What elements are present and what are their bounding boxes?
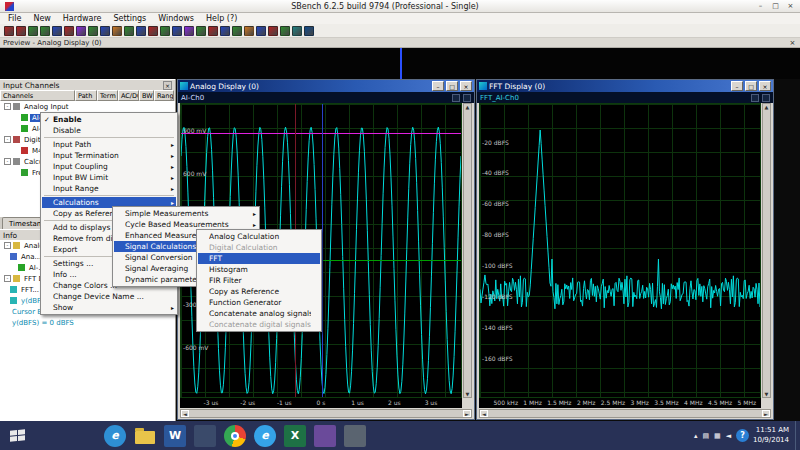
menu-item-analog-calculation[interactable]: Analog Calculation [198,231,320,242]
start-button[interactable] [0,421,34,450]
internet-explorer-icon[interactable]: e [254,425,276,447]
horizontal-scrollbar[interactable]: ◄ ► [180,409,472,418]
column-header-rang[interactable]: Rang [154,90,174,101]
menu-item-histogram[interactable]: Histogram [198,264,320,275]
menu-item-input-range[interactable]: Input Range▸ [42,183,176,194]
tree-expand-icon[interactable]: - [4,136,11,143]
vertical-scrollbar[interactable]: ▲ ▼ [762,103,771,398]
minimize-button[interactable]: – [432,81,444,91]
app-purple-icon[interactable] [314,425,336,447]
menu-item-input-coupling[interactable]: Input Coupling▸ [42,161,176,172]
help-icon[interactable]: ? [736,429,749,442]
menu-item-enable[interactable]: ✓Enable [42,114,176,125]
vertical-scrollbar[interactable]: ▲ ▼ [463,103,472,398]
menu-item-input-bw-limit[interactable]: Input BW Limit▸ [42,172,176,183]
display-tool-icon[interactable] [751,94,759,102]
toolbar-icon[interactable] [292,26,302,36]
menu-help[interactable]: Help (?) [200,13,243,24]
minimize-button[interactable]: – [731,81,743,91]
toolbar-icon[interactable] [112,26,122,36]
column-header-path[interactable]: Path [75,90,97,101]
column-header-ac-dc[interactable]: AC/DC [118,90,139,101]
toolbar-icon[interactable] [244,26,254,36]
preview-position-line[interactable] [400,48,402,79]
toolbar-icon[interactable] [64,26,74,36]
toolbar-icon[interactable] [184,26,194,36]
menu-item-input-path[interactable]: Input Path▸ [42,139,176,150]
menu-item-fft[interactable]: FFT [198,253,320,264]
menu-item-disable[interactable]: Disable [42,125,176,136]
preview-area[interactable] [0,48,800,79]
action-center-icon[interactable]: ▤ [702,432,709,440]
toolbar-icon[interactable] [52,26,62,36]
toolbar-icon[interactable] [172,26,182,36]
toolbar-icon[interactable] [268,26,278,36]
fft-plot[interactable]: -20 dBFS-40 dBFS-60 dBFS-80 dBFS-100 dBF… [479,103,761,398]
tree-expand-icon[interactable]: - [4,242,11,249]
toolbar-icon[interactable] [208,26,218,36]
menu-item-fir-filter[interactable]: FIR Filter [198,275,320,286]
toolbar-icon[interactable] [4,26,14,36]
word-icon[interactable]: W [164,425,186,447]
menu-item-input-termination[interactable]: Input Termination▸ [42,150,176,161]
app-window-icon[interactable] [194,425,216,447]
menu-item-show[interactable]: Show▸ [42,302,176,313]
display-tool-icon[interactable] [452,94,460,102]
analog-window-titlebar[interactable]: Analog Display (0) – □ × [178,80,474,92]
app-gray-icon[interactable] [344,425,366,447]
scroll-right-icon[interactable]: ► [463,410,471,417]
toolbar-icon[interactable] [256,26,266,36]
scroll-up-icon[interactable]: ▲ [464,104,471,110]
close-button[interactable]: × [460,81,472,91]
menu-hardware[interactable]: Hardware [57,13,108,24]
maximize-button[interactable]: □ [446,81,458,91]
show-desktop-button[interactable] [795,421,800,450]
column-header-channels[interactable]: Channels [0,90,75,101]
column-header-bw[interactable]: BW [139,90,154,101]
network-icon[interactable]: ▦ [714,432,721,440]
display-tool-icon[interactable] [463,94,471,102]
close-button[interactable]: × [759,81,771,91]
toolbar-icon[interactable] [124,26,134,36]
menu-settings[interactable]: Settings [107,13,152,24]
display-tool-icon[interactable] [762,94,770,102]
close-icon[interactable]: × [163,81,172,90]
scroll-left-icon[interactable]: ◄ [181,410,189,417]
maximize-button[interactable]: □ [745,81,757,91]
menu-item-simple-measurements[interactable]: Simple Measurements▸ [114,208,258,219]
toolbar-icon[interactable] [160,26,170,36]
toolbar-icon[interactable] [136,26,146,36]
toolbar-icon[interactable] [148,26,158,36]
toolbar-icon[interactable] [220,26,230,36]
menu-item-function-generator[interactable]: Function Generator [198,297,320,308]
minimize-button[interactable]: – [753,1,768,12]
menu-item-concatenate-analog-signals[interactable]: Concatenate analog signals [198,308,320,319]
toolbar-icon[interactable] [196,26,206,36]
scroll-right-icon[interactable]: ► [762,410,770,417]
tray-expand-icon[interactable]: ▴ [694,432,698,440]
toolbar-icon[interactable] [16,26,26,36]
toolbar-icon[interactable] [304,26,314,36]
scroll-up-icon[interactable]: ▲ [763,104,770,110]
volume-icon[interactable]: ◄ [726,432,731,440]
internet-explorer-icon[interactable]: e [104,425,126,447]
toolbar-icon[interactable] [280,26,290,36]
tree-expand-icon[interactable]: - [4,275,11,282]
menu-item-change-device-name[interactable]: Change Device Name ... [42,291,176,302]
fft-window-titlebar[interactable]: FFT Display (0) – □ × [477,80,773,92]
column-header-term[interactable]: Term [97,90,118,101]
toolbar-icon[interactable] [28,26,38,36]
toolbar-icon[interactable] [88,26,98,36]
app-icon[interactable] [5,2,14,11]
excel-icon[interactable]: X [284,425,306,447]
close-icon[interactable]: × [788,39,797,47]
maximize-button[interactable]: □ [768,1,783,12]
menu-file[interactable]: File [2,13,27,24]
scroll-left-icon[interactable]: ◄ [480,410,488,417]
scroll-down-icon[interactable]: ▼ [464,391,471,397]
tree-expand-icon[interactable]: - [4,103,11,110]
toolbar-icon[interactable] [232,26,242,36]
toolbar-icon[interactable] [40,26,50,36]
menu-item-copy-as-reference[interactable]: Copy as Reference [198,286,320,297]
taskbar-clock[interactable]: 11:51 AM 10/9/2014 [753,426,789,444]
